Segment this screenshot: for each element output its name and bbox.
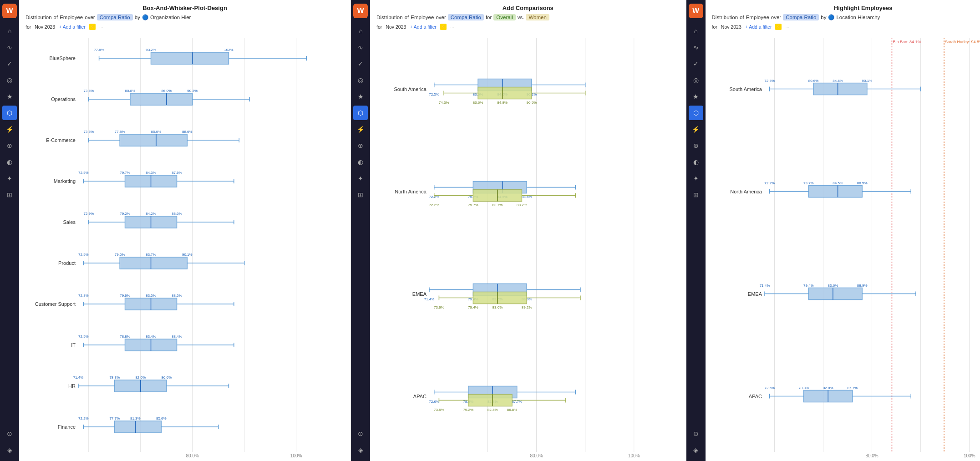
svg-text:88.6%: 88.6% <box>182 130 193 134</box>
svg-text:73.9%: 73.9% <box>434 305 444 309</box>
panel3-header: Highlight Employees Distribution of Empl… <box>706 0 980 33</box>
sidebar3-analytics[interactable]: ∿ <box>689 40 703 55</box>
panel3-filter: for Nov 2023 + Add a filter ⚡ ··· <box>712 22 980 33</box>
svg-text:88.4%: 88.4% <box>172 334 182 339</box>
sidebar3-people[interactable]: ⊕ <box>689 138 703 153</box>
sidebar-lock[interactable]: ✦ <box>2 171 17 186</box>
sidebar3-target[interactable]: ◎ <box>689 73 703 87</box>
sidebar3-globe[interactable]: ◐ <box>689 155 703 169</box>
svg-text:79.0%: 79.0% <box>115 253 125 257</box>
bc-overall[interactable]: Overall <box>493 14 515 20</box>
app-logo[interactable]: W <box>2 4 17 18</box>
panel1-lightning[interactable]: ⚡ <box>89 24 96 30</box>
sidebar-analytics[interactable]: ∿ <box>2 40 17 55</box>
sidebar-target[interactable]: ◎ <box>2 73 17 87</box>
sidebar-settings[interactable]: ⊙ <box>2 426 17 441</box>
svg-text:Customer Support: Customer Support <box>35 301 76 307</box>
panel2-lightning[interactable]: ⚡ <box>440 24 447 30</box>
sidebar-active[interactable]: ⬡ <box>2 106 17 120</box>
svg-text:71.4%: 71.4% <box>759 284 770 288</box>
sidebar-home[interactable]: ⌂ <box>2 24 17 38</box>
sidebar2-target[interactable]: ◎ <box>353 73 368 87</box>
panel2-breadcrumb: Distribution of Employee over Compa Rati… <box>376 14 679 20</box>
bc-vs2: vs. <box>518 15 524 20</box>
svg-text:90.1%: 90.1% <box>182 253 193 257</box>
sidebar2-star[interactable]: ★ <box>353 89 368 104</box>
sidebar-mid2: W ⌂ ∿ ✓ ◎ ★ ⬡ ⚡ ⊕ ◐ ✦ ⊞ ⊙ ◈ <box>686 0 706 461</box>
sidebar2-people[interactable]: ⊕ <box>353 138 368 153</box>
svg-text:E-Commerce: E-Commerce <box>46 137 76 143</box>
bc-women[interactable]: Women <box>526 14 549 20</box>
panel1-add-filter[interactable]: + Add a filter <box>59 24 86 30</box>
sidebar3-lock[interactable]: ✦ <box>689 171 703 186</box>
sidebar2-bolt[interactable]: ⚡ <box>353 122 368 137</box>
svg-text:84.8%: 84.8% <box>497 101 508 105</box>
sidebar-people[interactable]: ⊕ <box>2 138 17 153</box>
bc-compa1[interactable]: Compa Ratio <box>97 14 133 20</box>
panel2-more[interactable]: ··· <box>450 24 454 30</box>
panel3-lightning[interactable]: ⚡ <box>775 24 782 30</box>
svg-text:North America: North America <box>395 189 427 194</box>
svg-text:EMEA: EMEA <box>747 291 762 297</box>
svg-text:100%: 100% <box>628 453 640 458</box>
panel1-more[interactable]: ··· <box>99 24 103 30</box>
svg-text:72.2%: 72.2% <box>429 203 439 207</box>
svg-text:88.5%: 88.5% <box>857 181 867 185</box>
panel-comparisons: Add Comparisons Distribution of Employee… <box>370 0 686 461</box>
sidebar3-star[interactable]: ★ <box>689 89 703 104</box>
bc-by3: by <box>821 15 826 20</box>
sidebar3-bolt[interactable]: ⚡ <box>689 122 703 137</box>
sidebar3-settings[interactable]: ⊙ <box>689 426 703 441</box>
svg-text:90.1%: 90.1% <box>862 79 872 83</box>
bc-dist3: Distribution <box>712 15 738 20</box>
sidebar3-user[interactable]: ◈ <box>689 443 703 457</box>
sidebar-user[interactable]: ◈ <box>2 443 17 457</box>
app-logo-3[interactable]: W <box>689 4 703 18</box>
panel2-title: Add Comparisons <box>376 5 679 11</box>
sidebar2-analytics[interactable]: ∿ <box>353 40 368 55</box>
panel1-filter: for Nov 2023 + Add a filter ⚡ ··· <box>25 22 344 33</box>
panel1-chart: 77.8%93.2%102%BlueSphere73.5%80.8%86.0%9… <box>19 33 350 461</box>
panel2-add-filter[interactable]: + Add a filter <box>410 24 437 30</box>
sidebar-mid1: W ⌂ ∿ ✓ ◎ ★ ⬡ ⚡ ⊕ ◐ ✦ ⊞ ⊙ ◈ <box>351 0 370 461</box>
svg-text:71.4%: 71.4% <box>424 297 435 301</box>
sidebar3-grid[interactable]: ⊞ <box>689 187 703 202</box>
panel3-add-filter[interactable]: + Add a filter <box>745 24 772 30</box>
sidebar-grid[interactable]: ⊞ <box>2 187 17 202</box>
svg-text:86.8%: 86.8% <box>507 408 518 412</box>
sidebar2-lock[interactable]: ✦ <box>353 171 368 186</box>
sidebar2-user[interactable]: ◈ <box>353 443 368 457</box>
svg-text:90.3%: 90.3% <box>187 89 198 93</box>
svg-text:83.7%: 83.7% <box>146 253 156 257</box>
sidebar2-home[interactable]: ⌂ <box>353 24 368 38</box>
sidebar2-active[interactable]: ⬡ <box>353 106 368 120</box>
bc-compa3[interactable]: Compa Ratio <box>783 14 819 20</box>
bc-compa2[interactable]: Compa Ratio <box>448 14 484 20</box>
sidebar3-check[interactable]: ✓ <box>689 56 703 71</box>
panel1-date: Nov 2023 <box>35 24 55 30</box>
sidebar3-home[interactable]: ⌂ <box>689 24 703 38</box>
sidebar3-active[interactable]: ⬡ <box>689 106 703 120</box>
sidebar2-check[interactable]: ✓ <box>353 56 368 71</box>
sidebar-left: W ⌂ ∿ ✓ ◎ ★ ⬡ ⚡ ⊕ ◐ ✦ ⊞ ⊙ ◈ <box>0 0 19 461</box>
svg-text:South America: South America <box>729 86 762 92</box>
svg-rect-240 <box>808 288 862 300</box>
app-logo-2[interactable]: W <box>353 4 368 18</box>
svg-text:South America: South America <box>394 86 427 92</box>
sidebar-check[interactable]: ✓ <box>2 56 17 71</box>
svg-text:80.6%: 80.6% <box>808 79 818 83</box>
bc-over3: over <box>771 15 781 20</box>
svg-text:79.2%: 79.2% <box>463 408 473 412</box>
panel3-more[interactable]: ··· <box>785 24 789 30</box>
bc-over1: over <box>85 15 95 20</box>
panel3-date: Nov 2023 <box>721 24 741 30</box>
sidebar2-grid[interactable]: ⊞ <box>353 187 368 202</box>
bc-of1: of <box>54 15 58 20</box>
sidebar-bolt[interactable]: ⚡ <box>2 122 17 137</box>
sidebar2-settings[interactable]: ⊙ <box>353 426 368 441</box>
sidebar-globe[interactable]: ◐ <box>2 155 17 169</box>
svg-text:88.5%: 88.5% <box>172 294 182 298</box>
sidebar-star[interactable]: ★ <box>2 89 17 104</box>
sidebar2-globe[interactable]: ◐ <box>353 155 368 169</box>
svg-text:93.2%: 93.2% <box>146 48 156 52</box>
